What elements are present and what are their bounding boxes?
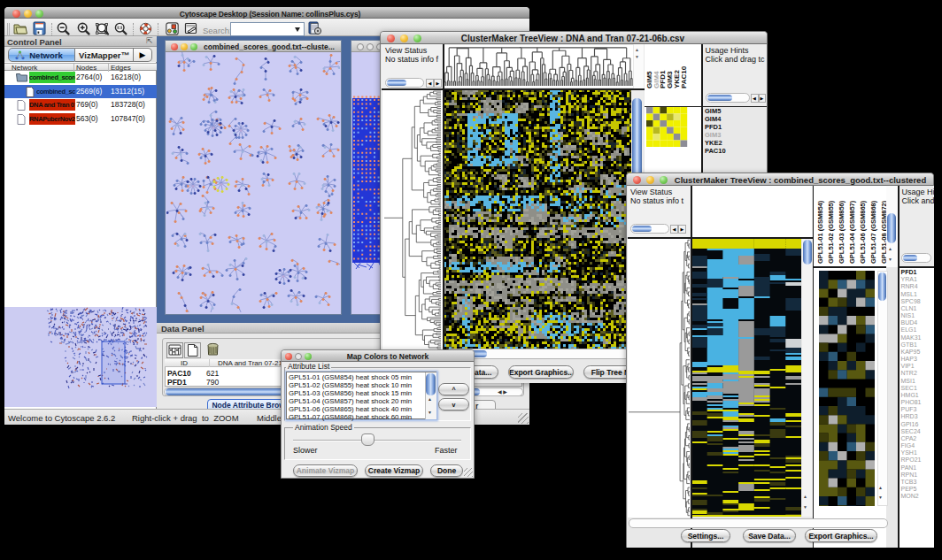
svg-text:GPL51-04 (GSM857): GPL51-04 (GSM857) — [848, 200, 856, 264]
svg-text:GPL51-06 (GSM865): GPL51-06 (GSM865) — [859, 200, 867, 264]
svg-text:GPL51-03 (GSM856): GPL51-03 (GSM856) — [838, 200, 845, 264]
svg-text:GPL51-07 (GSM868): GPL51-07 (GSM868) — [869, 200, 877, 264]
svg-text:GPL51-02 (GSM855): GPL51-02 (GSM855) — [827, 200, 835, 264]
svg-text:PAC10: PAC10 — [680, 65, 688, 88]
svg-text:GPL51-08 (GSM872): GPL51-08 (GSM872) — [880, 200, 886, 264]
svg-text:GPL51-01 (GSM854): GPL51-01 (GSM854) — [816, 200, 824, 264]
